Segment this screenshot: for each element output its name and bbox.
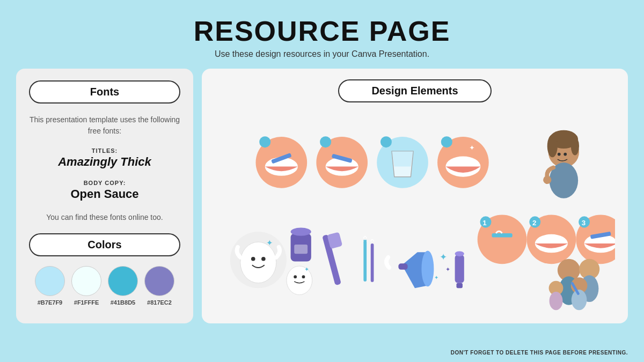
- left-panel: Fonts This presentation template uses th…: [16, 69, 193, 323]
- svg-text:✦: ✦: [434, 275, 438, 280]
- page-title: RESOURCE PAGE: [194, 15, 451, 47]
- swatch-hex-label: #B7E7F9: [38, 299, 62, 306]
- swatch-circle: [35, 266, 65, 296]
- svg-point-21: [571, 137, 579, 155]
- fonts-description: This presentation template uses the foll…: [29, 114, 180, 137]
- svg-point-20: [547, 135, 558, 157]
- fonts-section-header: Fonts: [29, 80, 180, 104]
- color-swatch: #B7E7F9: [35, 266, 65, 306]
- page-subtitle: Use these design resources in your Canva…: [194, 49, 451, 59]
- svg-point-12: [380, 136, 392, 147]
- svg-rect-40: [363, 240, 367, 282]
- swatch-circle: [71, 266, 101, 296]
- svg-text:✦: ✦: [304, 266, 309, 272]
- swatch-hex-label: #817EC2: [147, 299, 172, 306]
- swatch-hex-label: #F1FFFE: [74, 299, 99, 306]
- color-swatch: #41B8D5: [108, 266, 138, 306]
- header: RESOURCE PAGE Use these design resources…: [194, 0, 451, 63]
- title-font-label: TITLES:: [92, 147, 118, 154]
- color-swatch: #817EC2: [144, 266, 174, 306]
- right-panel: Design Elements 5 6: [202, 69, 628, 323]
- svg-point-49: [455, 251, 464, 256]
- svg-point-71: [550, 292, 563, 310]
- svg-text:✦: ✦: [440, 252, 447, 262]
- title-font-name: Amazingly Thick: [58, 155, 151, 169]
- body-font-label: BODY COPY:: [84, 180, 126, 186]
- svg-point-15: [441, 136, 452, 147]
- svg-point-7: [320, 136, 331, 147]
- svg-rect-50: [456, 283, 462, 289]
- colors-section-header: Colors: [29, 233, 180, 256]
- svg-text:✦: ✦: [445, 266, 450, 272]
- svg-rect-44: [398, 263, 407, 269]
- svg-rect-54: [492, 233, 512, 238]
- swatch-circle: [108, 266, 138, 296]
- svg-text:1: 1: [482, 219, 487, 227]
- svg-point-22: [558, 153, 561, 156]
- color-swatch: #F1FFFE: [71, 266, 101, 306]
- svg-point-23: [564, 153, 567, 156]
- svg-point-28: [251, 257, 255, 261]
- svg-point-25: [543, 176, 551, 184]
- svg-text:3: 3: [582, 219, 586, 227]
- fonts-online-note: You can find these fonts online too.: [46, 213, 163, 221]
- color-swatches: #B7E7F9#F1FFFE#41B8D5#817EC2: [35, 266, 174, 306]
- svg-point-2: [259, 136, 270, 147]
- swatch-hex-label: #41B8D5: [111, 299, 135, 306]
- body-font-name: Open Sauce: [70, 187, 138, 201]
- svg-text:✦: ✦: [469, 144, 475, 152]
- svg-rect-42: [371, 243, 374, 282]
- svg-point-32: [291, 227, 311, 235]
- design-elements-area: 5 6 7: [215, 107, 615, 313]
- svg-point-27: [240, 242, 276, 283]
- swatch-circle: [144, 266, 174, 296]
- svg-point-36: [302, 275, 305, 278]
- design-elements-svg: 5 6 7: [215, 107, 615, 311]
- svg-text:2: 2: [532, 219, 536, 227]
- svg-rect-48: [455, 255, 464, 283]
- svg-point-29: [261, 257, 266, 261]
- svg-point-43: [421, 250, 434, 286]
- svg-text:✦: ✦: [266, 238, 273, 247]
- svg-point-35: [294, 275, 297, 278]
- footer-note: DON'T FORGET TO DELETE THIS PAGE BEFORE …: [451, 350, 628, 356]
- design-elements-header: Design Elements: [338, 79, 491, 102]
- svg-rect-33: [294, 245, 308, 254]
